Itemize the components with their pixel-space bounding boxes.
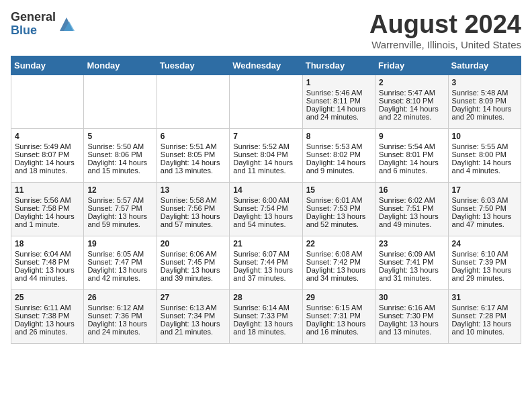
calendar-cell: 12Sunrise: 5:57 AMSunset: 7:57 PMDayligh…: [84, 182, 157, 236]
day-info-line: Sunrise: 6:01 AM: [306, 196, 371, 204]
day-info-line: Sunset: 7:48 PM: [15, 258, 80, 266]
day-number: 16: [379, 185, 444, 195]
day-info-line: Sunset: 7:47 PM: [87, 258, 152, 266]
day-info-line: Daylight: 13 hours: [15, 320, 80, 328]
day-info-line: Daylight: 13 hours: [233, 212, 298, 220]
day-number: 5: [87, 132, 152, 141]
day-info-line: Sunrise: 5:54 AM: [379, 142, 444, 150]
day-info-line: Sunset: 8:00 PM: [452, 150, 517, 158]
day-info-line: Daylight: 13 hours: [87, 266, 152, 274]
day-info-line: Sunrise: 6:08 AM: [306, 250, 371, 258]
day-info-line: Sunrise: 5:58 AM: [161, 196, 226, 204]
logo-blue-text: Blue: [11, 24, 56, 38]
calendar-cell: 5Sunrise: 5:50 AMSunset: 8:06 PMDaylight…: [84, 128, 157, 182]
day-info-line: Daylight: 14 hours: [379, 105, 444, 113]
header-day-tuesday: Tuesday: [157, 56, 229, 75]
day-info-line: Sunset: 7:57 PM: [87, 204, 152, 212]
day-info-line: Sunset: 7:36 PM: [87, 312, 152, 320]
calendar-cell: 7Sunrise: 5:52 AMSunset: 8:04 PMDaylight…: [230, 128, 302, 182]
day-info-line: Daylight: 13 hours: [379, 266, 444, 274]
day-number: 23: [379, 239, 444, 248]
day-info-line: and 24 minutes.: [87, 328, 152, 336]
day-info-line: and 11 minutes.: [233, 167, 298, 175]
day-number: 13: [161, 185, 226, 195]
calendar-cell: 6Sunrise: 5:51 AMSunset: 8:05 PMDaylight…: [157, 128, 229, 182]
header-day-sunday: Sunday: [11, 56, 84, 75]
week-row-1: 1Sunrise: 5:46 AMSunset: 8:11 PMDaylight…: [11, 75, 521, 128]
logo-icon: [57, 15, 76, 34]
day-info-line: and 4 minutes.: [452, 167, 517, 175]
day-info-line: Sunrise: 5:53 AM: [306, 142, 371, 150]
day-info-line: Sunrise: 5:49 AM: [15, 142, 80, 150]
day-info-line: Daylight: 13 hours: [379, 212, 444, 220]
day-number: 19: [87, 239, 152, 248]
day-info-line: Sunset: 7:33 PM: [233, 312, 298, 320]
day-number: 21: [233, 239, 298, 248]
page-header: General Blue August 2024 Warrenville, Il…: [11, 11, 521, 50]
day-info-line: Daylight: 13 hours: [452, 266, 517, 274]
calendar-cell: 13Sunrise: 5:58 AMSunset: 7:56 PMDayligh…: [157, 182, 229, 236]
day-info-line: Daylight: 14 hours: [379, 158, 444, 167]
day-info-line: Daylight: 13 hours: [306, 266, 371, 274]
day-info-line: and 49 minutes.: [379, 220, 444, 228]
calendar-table: SundayMondayTuesdayWednesdayThursdayFrid…: [11, 56, 521, 344]
calendar-cell: 16Sunrise: 6:02 AMSunset: 7:51 PMDayligh…: [375, 182, 448, 236]
day-info-line: and 6 minutes.: [379, 167, 444, 175]
day-number: 25: [15, 293, 80, 302]
day-info-line: Daylight: 13 hours: [161, 212, 226, 220]
day-info-line: Sunrise: 5:51 AM: [161, 142, 226, 150]
calendar-cell: 26Sunrise: 6:12 AMSunset: 7:36 PMDayligh…: [84, 289, 157, 343]
calendar-cell: 17Sunrise: 6:03 AMSunset: 7:50 PMDayligh…: [448, 182, 521, 236]
day-info-line: Daylight: 13 hours: [161, 320, 226, 328]
day-info-line: Sunrise: 6:02 AM: [379, 196, 444, 204]
day-info-line: Sunset: 7:34 PM: [161, 312, 226, 320]
day-info-line: Sunrise: 6:12 AM: [87, 304, 152, 312]
header-day-friday: Friday: [375, 56, 448, 75]
day-info-line: and 34 minutes.: [306, 274, 371, 282]
calendar-cell: 9Sunrise: 5:54 AMSunset: 8:01 PMDaylight…: [375, 128, 448, 182]
calendar-cell: 11Sunrise: 5:56 AMSunset: 7:58 PMDayligh…: [11, 182, 84, 236]
day-info-line: Sunset: 7:30 PM: [379, 312, 444, 320]
day-number: 6: [161, 132, 226, 141]
day-info-line: Sunset: 7:54 PM: [233, 204, 298, 212]
calendar-cell: 28Sunrise: 6:14 AMSunset: 7:33 PMDayligh…: [230, 289, 302, 343]
day-info-line: and 10 minutes.: [452, 328, 517, 336]
day-info-line: and 18 minutes.: [233, 328, 298, 336]
day-info-line: Daylight: 13 hours: [452, 212, 517, 220]
day-info-line: Sunset: 7:41 PM: [379, 258, 444, 266]
day-number: 26: [87, 293, 152, 302]
day-info-line: Sunrise: 6:05 AM: [87, 250, 152, 258]
day-info-line: Daylight: 13 hours: [452, 320, 517, 328]
day-info-line: and 44 minutes.: [15, 274, 80, 282]
day-info-line: Sunset: 7:53 PM: [306, 204, 371, 212]
calendar-cell: 27Sunrise: 6:13 AMSunset: 7:34 PMDayligh…: [157, 289, 229, 343]
day-info-line: Sunset: 7:28 PM: [452, 312, 517, 320]
day-info-line: Sunrise: 6:09 AM: [379, 250, 444, 258]
day-info-line: Sunset: 8:11 PM: [306, 97, 371, 105]
day-info-line: Sunrise: 5:46 AM: [306, 89, 371, 97]
day-number: 29: [306, 293, 371, 302]
day-info-line: Sunset: 8:02 PM: [306, 150, 371, 158]
location-text: Warrenville, Illinois, United States: [369, 39, 521, 50]
day-info-line: Daylight: 13 hours: [87, 212, 152, 220]
calendar-cell: 29Sunrise: 6:15 AMSunset: 7:31 PMDayligh…: [302, 289, 375, 343]
calendar-cell: 20Sunrise: 6:06 AMSunset: 7:45 PMDayligh…: [157, 236, 229, 289]
day-info-line: Daylight: 13 hours: [87, 320, 152, 328]
calendar-cell: 24Sunrise: 6:10 AMSunset: 7:39 PMDayligh…: [448, 236, 521, 289]
day-info-line: Sunrise: 6:03 AM: [452, 196, 517, 204]
calendar-cell: 3Sunrise: 5:48 AMSunset: 8:09 PMDaylight…: [448, 75, 521, 128]
day-info-line: and 42 minutes.: [87, 274, 152, 282]
day-info-line: Daylight: 13 hours: [233, 320, 298, 328]
day-info-line: and 24 minutes.: [306, 113, 371, 121]
day-info-line: and 1 minute.: [15, 220, 80, 228]
day-info-line: and 13 minutes.: [161, 167, 226, 175]
month-title: August 2024: [369, 11, 521, 39]
day-info-line: and 57 minutes.: [161, 220, 226, 228]
week-row-4: 18Sunrise: 6:04 AMSunset: 7:48 PMDayligh…: [11, 236, 521, 289]
day-number: 12: [87, 185, 152, 195]
day-number: 27: [161, 293, 226, 302]
day-number: 2: [379, 78, 444, 87]
day-number: 20: [161, 239, 226, 248]
day-info-line: and 31 minutes.: [379, 274, 444, 282]
day-info-line: Sunset: 8:04 PM: [233, 150, 298, 158]
